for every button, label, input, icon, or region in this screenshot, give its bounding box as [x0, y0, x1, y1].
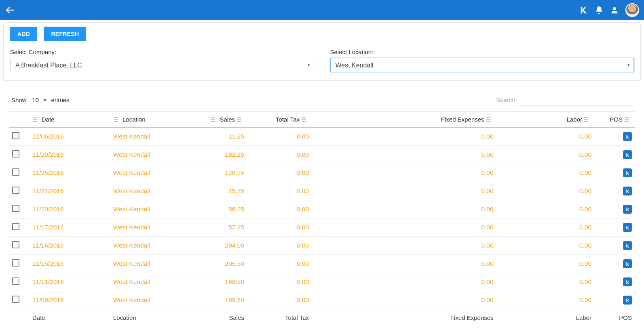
cell-total-tax[interactable]: 0.00: [247, 182, 312, 200]
cell-location[interactable]: West Kendall: [110, 291, 175, 309]
cell-fixed-expenses[interactable]: 0.00: [312, 255, 497, 273]
cell-location[interactable]: West Kendall: [110, 255, 175, 273]
row-checkbox[interactable]: [12, 277, 19, 285]
cell-date[interactable]: 11/09/2016: [29, 291, 110, 309]
col-date[interactable]: ☰Date: [29, 112, 110, 128]
cell-fixed-expenses[interactable]: 0.00: [312, 164, 497, 182]
cell-date[interactable]: 11/16/2016: [29, 237, 110, 255]
cell-sales[interactable]: 11.25: [175, 127, 247, 146]
pos-badge-icon[interactable]: k: [623, 296, 632, 305]
location-select[interactable]: West Kendall: [330, 58, 634, 72]
cell-total-tax[interactable]: 0.00: [247, 237, 312, 255]
row-checkbox[interactable]: [12, 150, 19, 158]
cell-location[interactable]: West Kendall: [110, 218, 175, 237]
col-total-tax[interactable]: Total Tax☰: [247, 112, 312, 128]
cell-sales[interactable]: 205.50: [175, 255, 247, 273]
cell-fixed-expenses[interactable]: 0.00: [312, 291, 497, 309]
cell-labor[interactable]: 0.00: [497, 273, 595, 291]
cell-fixed-expenses[interactable]: 0.00: [312, 218, 497, 237]
cell-fixed-expenses[interactable]: 0.00: [312, 237, 497, 255]
row-checkbox[interactable]: [12, 132, 19, 139]
avatar[interactable]: [625, 3, 639, 17]
cell-total-tax[interactable]: 0.00: [247, 200, 312, 218]
cell-labor[interactable]: 0.00: [497, 146, 595, 164]
cell-labor[interactable]: 0.00: [497, 218, 595, 237]
cell-total-tax[interactable]: 0.00: [247, 273, 312, 291]
cell-location[interactable]: West Kendall: [110, 182, 175, 200]
row-checkbox[interactable]: [12, 223, 19, 230]
col-pos[interactable]: POS☰: [595, 112, 635, 128]
footer-pos: POS: [595, 309, 635, 326]
cell-location[interactable]: West Kendall: [110, 146, 175, 164]
page-size-select[interactable]: 10: [31, 96, 47, 104]
cell-fixed-expenses[interactable]: 0.00: [312, 273, 497, 291]
cell-location[interactable]: West Kendall: [110, 164, 175, 182]
pos-badge-icon[interactable]: k: [623, 187, 632, 195]
row-checkbox[interactable]: [12, 259, 19, 267]
cell-location[interactable]: West Kendall: [110, 273, 175, 291]
cell-date[interactable]: 11/20/2016: [29, 200, 110, 218]
cell-sales[interactable]: 168.50: [175, 273, 247, 291]
bell-icon[interactable]: [595, 6, 604, 15]
cell-total-tax[interactable]: 0.00: [247, 291, 312, 309]
cell-location[interactable]: West Kendall: [110, 127, 175, 146]
back-arrow-icon[interactable]: [5, 5, 15, 15]
pos-badge-icon[interactable]: k: [623, 132, 632, 141]
cell-sales[interactable]: 120.75: [175, 164, 247, 182]
col-sales[interactable]: ☰Sales☰: [175, 112, 247, 128]
add-button[interactable]: ADD: [10, 27, 37, 41]
cell-labor[interactable]: 0.00: [497, 200, 595, 218]
row-checkbox[interactable]: [12, 296, 19, 303]
cell-labor[interactable]: 0.00: [497, 164, 595, 182]
pos-badge-icon[interactable]: k: [623, 205, 632, 214]
cell-location[interactable]: West Kendall: [110, 237, 175, 255]
cell-date[interactable]: 12/06/2016: [29, 127, 110, 146]
cell-fixed-expenses[interactable]: 0.00: [312, 146, 497, 164]
company-select[interactable]: A Breakfast Place, LLC: [10, 58, 314, 72]
cell-sales[interactable]: 182.25: [175, 146, 247, 164]
col-location[interactable]: ☰Location: [110, 112, 175, 128]
cell-labor[interactable]: 0.00: [497, 182, 595, 200]
refresh-button[interactable]: REFRESH: [44, 27, 86, 41]
col-fixed-expenses[interactable]: Fixed Expenses☰: [312, 112, 497, 128]
person-icon[interactable]: [610, 6, 619, 15]
cell-fixed-expenses[interactable]: 0.00: [312, 200, 497, 218]
pos-badge-icon[interactable]: k: [623, 259, 632, 268]
pos-badge-icon[interactable]: k: [623, 277, 632, 286]
cell-labor[interactable]: 0.00: [497, 127, 595, 146]
cell-total-tax[interactable]: 0.00: [247, 218, 312, 237]
row-checkbox[interactable]: [12, 168, 19, 176]
pos-badge-icon[interactable]: k: [623, 150, 632, 159]
cell-date[interactable]: 11/21/2016: [29, 182, 110, 200]
cell-date[interactable]: 11/15/2016: [29, 255, 110, 273]
col-labor[interactable]: Labor☰: [497, 112, 595, 128]
pos-badge-icon[interactable]: k: [623, 241, 632, 250]
cell-sales[interactable]: 56.25: [175, 200, 247, 218]
cell-sales[interactable]: 294.00: [175, 237, 247, 255]
table-row: 11/16/2016West Kendall294.000.000.000.00…: [9, 237, 635, 255]
cell-total-tax[interactable]: 0.00: [247, 146, 312, 164]
cell-date[interactable]: 11/25/2016: [29, 164, 110, 182]
cell-total-tax[interactable]: 0.00: [247, 127, 312, 146]
row-checkbox[interactable]: [12, 241, 19, 248]
col-checkbox[interactable]: [9, 112, 29, 128]
cell-sales[interactable]: 189.50: [175, 291, 247, 309]
pos-badge-icon[interactable]: k: [623, 168, 632, 177]
cell-fixed-expenses[interactable]: 0.00: [312, 182, 497, 200]
search-input[interactable]: [519, 94, 633, 106]
cell-labor[interactable]: 0.00: [497, 291, 595, 309]
cell-total-tax[interactable]: 0.00: [247, 255, 312, 273]
row-checkbox[interactable]: [12, 205, 19, 212]
cell-location[interactable]: West Kendall: [110, 200, 175, 218]
cell-total-tax[interactable]: 0.00: [247, 164, 312, 182]
cell-labor[interactable]: 0.00: [497, 237, 595, 255]
cell-date[interactable]: 11/11/2016: [29, 273, 110, 291]
pos-badge-icon[interactable]: k: [623, 223, 632, 232]
cell-sales[interactable]: 15.75: [175, 182, 247, 200]
cell-labor[interactable]: 0.00: [497, 255, 595, 273]
cell-date[interactable]: 11/17/2016: [29, 218, 110, 237]
row-checkbox[interactable]: [12, 187, 19, 194]
cell-sales[interactable]: 57.25: [175, 218, 247, 237]
cell-fixed-expenses[interactable]: 0.00: [312, 127, 497, 146]
cell-date[interactable]: 11/29/2016: [29, 146, 110, 164]
